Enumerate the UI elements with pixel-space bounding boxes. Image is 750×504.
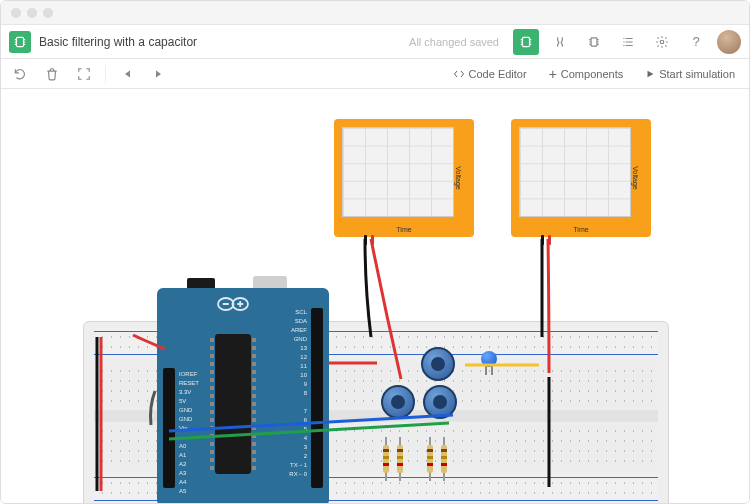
zoom-fit-button[interactable] xyxy=(73,63,95,85)
scope-lead-ground[interactable] xyxy=(541,235,544,245)
toolbar-divider xyxy=(105,65,106,83)
resistor-1[interactable] xyxy=(383,445,389,473)
step-forward-button[interactable] xyxy=(148,63,170,85)
scope-xlabel: Time xyxy=(573,226,588,233)
plus-icon: + xyxy=(549,67,557,81)
traffic-zoom[interactable] xyxy=(43,8,53,18)
tab-circuit-view[interactable] xyxy=(513,29,539,55)
oscilloscope-2[interactable]: Voltage Time xyxy=(511,119,651,237)
scope-screen xyxy=(519,127,631,217)
toolbar: Code Editor + Components Start simulatio… xyxy=(1,59,749,89)
arduino-digital-header[interactable] xyxy=(311,308,323,488)
document-title[interactable]: Basic filtering with a capacitor xyxy=(39,35,197,49)
components-label: Components xyxy=(561,68,623,80)
arduino-power-analog-header[interactable] xyxy=(163,368,175,488)
scope-ylabel: Voltage xyxy=(455,166,462,189)
tab-list-view[interactable] xyxy=(615,29,641,55)
arduino-power-analog-pin-labels: IOREF RESET 3.3V 5V GND GND Vin A0 A1 A2… xyxy=(179,370,199,496)
start-simulation-label: Start simulation xyxy=(659,68,735,80)
resistor-2[interactable] xyxy=(397,445,403,473)
components-button[interactable]: + Components xyxy=(543,62,630,86)
scope-ylabel: Voltage xyxy=(632,166,639,189)
undo-button[interactable] xyxy=(9,63,31,85)
code-icon xyxy=(453,68,465,80)
user-avatar[interactable] xyxy=(717,30,741,54)
play-icon xyxy=(645,69,655,79)
settings-button[interactable] xyxy=(649,29,675,55)
resistor-3[interactable] xyxy=(427,445,433,473)
step-back-button[interactable] xyxy=(116,63,138,85)
start-simulation-button[interactable]: Start simulation xyxy=(639,62,741,86)
svg-rect-0 xyxy=(17,37,24,46)
delete-button[interactable] xyxy=(41,63,63,85)
oscilloscope-1[interactable]: Voltage Time xyxy=(334,119,474,237)
window-titlebar xyxy=(1,1,749,25)
traffic-close[interactable] xyxy=(11,8,21,18)
potentiometer-1[interactable] xyxy=(421,347,455,381)
tab-pcb-view[interactable] xyxy=(581,29,607,55)
scope-lead-ground[interactable] xyxy=(364,235,367,245)
capacitor[interactable] xyxy=(481,351,497,367)
arduino-logo-icon xyxy=(215,294,251,314)
code-editor-label: Code Editor xyxy=(469,68,527,80)
help-button[interactable]: ? xyxy=(683,29,709,55)
arduino-uno[interactable]: SCL SDA AREF GND 13 12 11 10 9 8 7 6 5 4… xyxy=(157,288,329,503)
arduino-digital-pin-labels: SCL SDA AREF GND 13 12 11 10 9 8 7 6 5 4… xyxy=(289,308,307,479)
resistor-4[interactable] xyxy=(441,445,447,473)
brand-icon[interactable] xyxy=(9,31,31,53)
svg-rect-1 xyxy=(523,37,530,46)
code-editor-button[interactable]: Code Editor xyxy=(447,62,533,86)
potentiometer-3[interactable] xyxy=(423,385,457,419)
scope-screen xyxy=(342,127,454,217)
scope-xlabel: Time xyxy=(396,226,411,233)
tab-schematic-view[interactable] xyxy=(547,29,573,55)
save-status: All changed saved xyxy=(409,36,499,48)
arduino-mcu-chip xyxy=(215,334,251,474)
app-window: Basic filtering with a capacitor All cha… xyxy=(0,0,750,504)
traffic-minimize[interactable] xyxy=(27,8,37,18)
scope-lead-signal[interactable] xyxy=(371,235,374,245)
scope-lead-signal[interactable] xyxy=(548,235,551,245)
simulator-canvas[interactable]: Voltage Time Voltage Time SCL SDA AREF G… xyxy=(1,89,749,503)
header: Basic filtering with a capacitor All cha… xyxy=(1,25,749,59)
potentiometer-2[interactable] xyxy=(381,385,415,419)
svg-point-3 xyxy=(660,40,664,44)
svg-rect-2 xyxy=(591,37,597,45)
